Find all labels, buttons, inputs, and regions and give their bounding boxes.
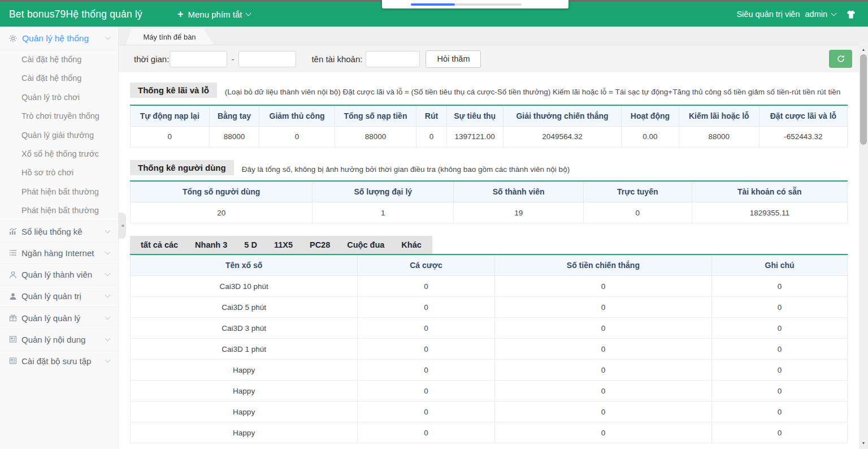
- cell: 88000: [679, 126, 759, 147]
- sidebar-group-system[interactable]: Quản lý hệ thống: [0, 27, 118, 50]
- column-header: Đặt cược lãi và lỗ: [759, 105, 847, 127]
- sidebar-subitem[interactable]: Phát hiện bất thường: [0, 183, 118, 201]
- cell: 0: [494, 339, 712, 360]
- lottery-tab-quick3[interactable]: Nhanh 3: [186, 236, 236, 254]
- table-row: Cai3D 3 phút 0 0 0: [131, 318, 848, 339]
- sidebar-subitem[interactable]: Quản lý giải thưởng: [0, 126, 118, 145]
- time-to-input[interactable]: [238, 51, 296, 67]
- sidebar-subitem[interactable]: Phát hiện bất thường: [0, 201, 118, 220]
- sidebar-subitem[interactable]: Cài đặt hệ thống: [0, 69, 118, 88]
- cell: 0: [358, 401, 494, 422]
- scrollbar-thumb[interactable]: [860, 54, 867, 145]
- chevron-down-icon: [105, 249, 111, 254]
- lottery-table: Tên xổ số Cá cược Số tiền chiến thắng Gh…: [130, 254, 848, 443]
- sidebar-group-content[interactable]: Quản lý nội dung: [0, 329, 118, 350]
- chevron-down-icon: [831, 10, 837, 16]
- lottery-tab-11x5[interactable]: 11X5: [266, 236, 301, 254]
- account-label: tên tài khoản:: [311, 54, 362, 64]
- cell: 0: [131, 126, 210, 147]
- chevron-down-icon: [246, 10, 251, 16]
- lottery-tab-pc28[interactable]: PC28: [301, 236, 338, 254]
- sidebar-subitem[interactable]: Trò chơi truyền thống: [0, 107, 118, 126]
- cell: 0.00: [622, 126, 679, 147]
- lottery-tab-race[interactable]: Cuộc đua: [338, 236, 393, 254]
- admin-icon: [8, 292, 17, 300]
- skin-button[interactable]: [845, 10, 857, 19]
- cell: Happy: [131, 381, 358, 401]
- sidebar-group-internet-banking[interactable]: Ngân hàng Internet: [0, 242, 118, 264]
- user-table: Tổng số người dùng Số lượng đại lý Số th…: [130, 180, 848, 223]
- user-value-row: 20 1 19 0 1829355.11: [131, 202, 848, 223]
- gear-icon: [8, 34, 17, 42]
- cell: 0: [358, 381, 494, 401]
- cell: 1829355.11: [692, 202, 847, 223]
- sidebar-subitem[interactable]: Quản lý trò chơi: [0, 88, 118, 107]
- role-label: Siêu quản trị viên: [736, 10, 800, 19]
- table-row: Cai3D 10 phút 0 0 0: [131, 276, 848, 297]
- chevron-down-icon: [105, 292, 111, 298]
- sidebar-subitem[interactable]: Cài đặt hệ thống: [0, 50, 118, 69]
- cell: 0: [712, 381, 848, 401]
- scroll-up-arrow[interactable]: ▲: [859, 45, 868, 53]
- column-header: Ghi chú: [712, 254, 848, 276]
- table-row: Cai3D 1 phút 0 0 0: [131, 339, 848, 360]
- cell: 0: [494, 401, 712, 422]
- content-icon: [8, 335, 17, 344]
- chevron-down-icon: [105, 357, 111, 362]
- sidebar-group-collection-settings[interactable]: Cài đặt bộ sưu tập: [0, 350, 118, 372]
- column-header: Sự tiêu thụ: [446, 105, 503, 127]
- lottery-tab-other[interactable]: Khác: [393, 236, 429, 254]
- browser-progress-popup: [382, 0, 568, 8]
- table-row: Happy 0 0 0: [131, 422, 848, 443]
- tab-desktop[interactable]: Máy tính để bàn: [125, 29, 214, 45]
- app-title: Bet bonus79Hệ thống quản lý: [9, 8, 142, 20]
- column-header: Số lượng đại lý: [313, 181, 454, 202]
- column-header: Tổng số nạp tiền: [335, 105, 416, 127]
- cell: 0: [494, 297, 712, 318]
- sidebar-group-label: Ngân hàng Internet: [21, 248, 94, 258]
- collection-icon: [8, 357, 17, 365]
- cell: 0: [712, 276, 848, 297]
- tshirt-icon: [845, 10, 857, 19]
- time-from-input[interactable]: [170, 51, 227, 67]
- cell: 0: [358, 318, 494, 339]
- cell: 0: [712, 360, 848, 381]
- cell: 0: [494, 276, 712, 297]
- refresh-button[interactable]: [829, 50, 852, 68]
- cell: 1397121.00: [446, 126, 503, 147]
- sidebar-group-admins[interactable]: Quản lý quản trị: [0, 285, 118, 306]
- cell: 19: [454, 202, 584, 223]
- sidebar-subitem[interactable]: Xổ số hệ thống trước: [0, 145, 118, 163]
- vertical-scrollbar[interactable]: ▲ ▼: [859, 42, 868, 449]
- table-row: Cai3D 5 phút 0 0 0: [131, 297, 848, 318]
- column-header: Tự động nạp lại: [131, 105, 210, 127]
- sidebar-collapse-handle[interactable]: ◀: [119, 213, 126, 239]
- column-header: Cá cược: [358, 254, 494, 276]
- cell: 0: [259, 126, 335, 147]
- scroll-down-arrow[interactable]: ▼: [859, 439, 868, 447]
- sidebar-group-members[interactable]: Quản lý thành viên: [0, 264, 118, 285]
- filter-bar: thời gian: - tên tài khoản: Hỏi thăm: [119, 45, 859, 72]
- cell: Cai3D 10 phút: [131, 276, 358, 297]
- profit-header-row: Tự động nạp lại Bằng tay Giảm thủ công T…: [131, 105, 848, 127]
- column-header: Bằng tay: [209, 105, 259, 127]
- chevron-down-icon: [105, 314, 111, 320]
- account-input[interactable]: [366, 51, 420, 67]
- tab-desktop-label: Máy tính để bàn: [143, 33, 196, 41]
- sidebar-subitem[interactable]: Hồ sơ trò chơi: [0, 163, 118, 182]
- gift-icon: [8, 314, 17, 322]
- lottery-tab-5d[interactable]: 5 D: [236, 236, 266, 254]
- shortcut-menu[interactable]: + Menu phím tắt: [177, 9, 250, 19]
- sidebar-group-statistics[interactable]: Số liệu thống kê: [0, 221, 118, 242]
- list-icon: [8, 249, 17, 257]
- lottery-tab-all[interactable]: tất cả các: [132, 236, 186, 254]
- cell: 0: [494, 422, 712, 443]
- column-header: Trực tuyến: [583, 181, 692, 202]
- range-separator: -: [231, 54, 234, 64]
- sidebar-group-management[interactable]: Quản lý quản lý: [0, 306, 118, 328]
- cell: 0: [494, 381, 712, 401]
- column-header: Rút: [416, 105, 446, 127]
- user-menu[interactable]: admin: [805, 10, 836, 19]
- scrollbar-gap: [859, 27, 868, 42]
- query-button[interactable]: Hỏi thăm: [426, 50, 481, 68]
